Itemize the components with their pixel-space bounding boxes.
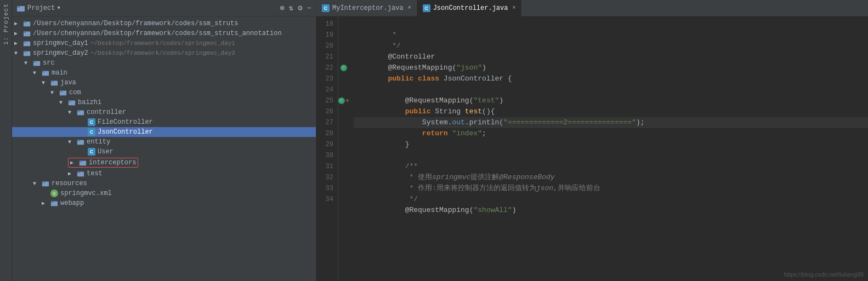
settings-icon[interactable]: ⚙	[298, 3, 302, 13]
file-tree: ▶ /Users/chenyannan/Desktop/framework/co…	[12, 16, 316, 281]
panel-title: Project	[27, 4, 55, 12]
code-content[interactable]: * */ @Controller @RequestMapping("json")…	[349, 16, 868, 281]
tree-user[interactable]: ▶ C User	[12, 147, 316, 157]
label-src: src	[43, 59, 55, 67]
svg-rect-17	[60, 91, 63, 93]
ln-28: 28	[316, 128, 338, 139]
folder-icon-controller	[77, 108, 84, 116]
gutter-20	[338, 41, 349, 51]
code-line-19: */	[354, 30, 868, 41]
project-panel: Project ▼ ⊕ ⇅ ⚙ − ▶ /Users/chenyannan/De…	[12, 0, 316, 281]
minimize-icon[interactable]: −	[307, 4, 311, 13]
svg-rect-5	[24, 32, 26, 33]
folder-icon-resources	[42, 180, 49, 187]
label-com: com	[69, 89, 81, 96]
tree-com[interactable]: ▼ com	[12, 88, 316, 98]
out-ref: out	[452, 118, 464, 127]
globe-icon-22	[341, 65, 347, 71]
tree-src[interactable]: ▼ src	[12, 58, 316, 68]
rm2-close: )	[499, 96, 503, 105]
tree-baizhi[interactable]: ▼ baizhi	[12, 98, 316, 107]
path-row-1[interactable]: ▶ /Users/chenyannan/Desktop/framework/co…	[12, 19, 316, 28]
label-filecontroller: FileController	[98, 118, 153, 126]
ln-33: 33	[316, 183, 338, 194]
tree-entity[interactable]: ▼ entity	[12, 137, 316, 147]
panel-header: Project ▼ ⊕ ⇅ ⚙ −	[12, 0, 316, 16]
tab-bar: C MyInterceptor.java × C JsonController.…	[316, 0, 868, 16]
ln-24: 24	[316, 84, 338, 95]
tree-filecontroller[interactable]: ▶ C FileController	[12, 117, 316, 127]
label-entity: entity	[87, 138, 110, 146]
tree-webapp[interactable]: ▶ webapp	[12, 198, 316, 208]
arrow-entity: ▼	[68, 139, 77, 145]
tab-myinterceptor[interactable]: C MyInterceptor.java ×	[316, 0, 417, 16]
folder-icon-day1	[23, 39, 31, 47]
tab-label-myinterceptor: MyInterceptor.java	[332, 4, 404, 12]
xml-icon: S	[50, 190, 58, 197]
kw-class: class	[418, 74, 444, 83]
ln-22: 22	[316, 62, 338, 73]
arrow-webapp: ▶	[42, 200, 50, 207]
target-icon[interactable]: ⊕	[280, 3, 284, 13]
folder-icon-test	[77, 170, 84, 177]
panel-header-icons: ⊕ ⇅ ⚙ −	[280, 3, 311, 13]
ln-30: 30	[316, 150, 338, 161]
tree-main[interactable]: ▼ main	[12, 68, 316, 78]
ln-19: 19	[316, 30, 338, 41]
gutter-32	[338, 172, 349, 183]
tree-springmvc-day1[interactable]: ▶ springmvc_day1 ~/Desktop/framework/cod…	[12, 38, 316, 48]
gutter-31	[338, 161, 349, 172]
folder-icon-interceptors	[79, 159, 87, 167]
arrow-interceptors: ▶	[70, 159, 79, 166]
folder-icon-day2	[23, 49, 31, 57]
gutter-33	[338, 183, 349, 194]
string-json: "json"	[456, 64, 482, 72]
path-label-1: /Users/chenyannan/Desktop/framework/code…	[33, 20, 238, 27]
arrow-1: ▶	[14, 20, 23, 27]
label-java: java	[60, 79, 76, 87]
ln-23: 23	[316, 73, 338, 84]
ln-26: 26	[316, 106, 338, 117]
gutter-23	[338, 73, 349, 84]
label-webapp: webapp	[60, 199, 84, 207]
tree-jsoncontroller[interactable]: ▶ C JsonController	[12, 127, 316, 137]
rm3-text: RequestMapping(	[409, 206, 473, 214]
code-line-18: *	[354, 19, 868, 30]
label-springmvc-xml: springmvc.xml	[60, 190, 112, 197]
spaces-25	[388, 107, 405, 116]
tree-springmvc-day2[interactable]: ▼ springmvc_day2 ~/Desktop/framework/cod…	[12, 48, 316, 58]
ln-29: 29	[316, 139, 338, 150]
tab-close-myinterceptor[interactable]: ×	[408, 5, 411, 11]
paren-open: (){	[482, 107, 495, 116]
ln-32: 32	[316, 172, 338, 183]
folder-icon-baizhi	[68, 99, 76, 106]
arrow-day1: ▶	[14, 40, 23, 47]
folder-icon-main	[42, 69, 49, 77]
comment-33: */	[388, 195, 418, 203]
tab-close-jsoncontroller[interactable]: ×	[512, 5, 515, 11]
label-test: test	[87, 170, 103, 177]
code-line-31: * 使用springmvc提供注解@ResponseBody	[354, 161, 868, 172]
string-showall: "showAll"	[473, 206, 512, 214]
label-resources: resources	[52, 180, 87, 187]
tree-test[interactable]: ▶ test	[12, 169, 316, 179]
expand-icon[interactable]: ⇅	[289, 3, 293, 13]
editor-area: C MyInterceptor.java × C JsonController.…	[316, 0, 868, 281]
tree-java[interactable]: ▼ java	[12, 78, 316, 88]
sidebar-tab[interactable]: 1: Project	[0, 0, 12, 281]
gutter-29	[338, 139, 349, 150]
tree-controller[interactable]: ▼ controller	[12, 107, 316, 117]
tree-interceptors[interactable]: ▶ interceptors	[12, 157, 316, 169]
tree-resources[interactable]: ▼ resources	[12, 179, 316, 188]
panel-dropdown-arrow[interactable]: ▼	[57, 5, 60, 11]
gutter-18	[338, 19, 349, 30]
path-row-2[interactable]: ▶ /Users/chenyannan/Desktop/framework/co…	[12, 28, 316, 38]
println-dot: .println(	[465, 118, 503, 127]
tab-jsoncontroller[interactable]: C JsonController.java ×	[417, 0, 522, 16]
arrow-main: ▼	[33, 70, 42, 76]
comment-31b: springmvc	[432, 173, 470, 181]
gutter-expand-25: ▼	[345, 98, 349, 104]
tree-springmvc-xml[interactable]: ▶ S springmvc.xml	[12, 188, 316, 198]
code-line-30: /**	[354, 150, 868, 161]
line-numbers: 18 19 20 21 22 23 24 25 26 27 28 29 30 3…	[316, 16, 338, 281]
